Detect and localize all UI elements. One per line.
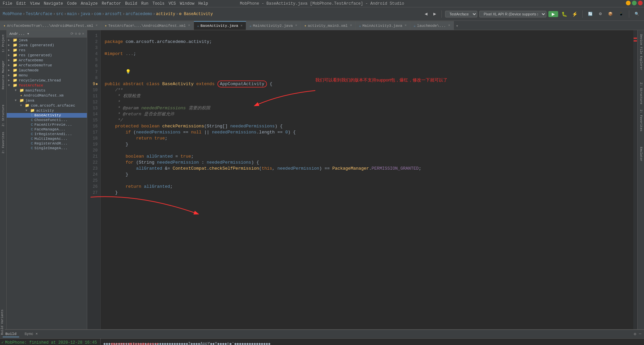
bc-com[interactable]: com (94, 12, 101, 16)
folder-icon-10: 📁 (13, 83, 17, 88)
xml-file-icon-3: ✦ (304, 23, 307, 28)
tab-baseactivity[interactable]: ☕ BaseActivity.java × (194, 21, 246, 30)
settings-sidebar-icon[interactable]: ⚙ (78, 32, 81, 36)
forward-button[interactable]: ▶ (431, 11, 438, 17)
tab-androidmanifest-true[interactable]: ✦ ArcfaceDemoTrue\...\AndroidManifest.xm… (0, 21, 101, 30)
minimize-button[interactable] (626, 1, 631, 5)
code-editor[interactable]: 1 2 3 4 5 6 7 8 9 ◉ 10 11 12 13 14 15 16… (87, 30, 637, 329)
bc-main[interactable]: main (67, 12, 77, 16)
tab-close-icon-2[interactable]: × (188, 24, 190, 27)
tree-item-choosefuncti[interactable]: C ChooseFuncti... (7, 118, 87, 122)
back-button[interactable]: ◀ (423, 11, 429, 17)
run-button[interactable]: ▶ (548, 11, 558, 17)
tab-close-icon[interactable]: × (96, 24, 98, 27)
close-sidebar-icon[interactable]: × (82, 32, 84, 36)
tree-item-irregister[interactable]: C IrRegisterAndi... (7, 132, 87, 136)
tree-item-package[interactable]: ▼ 📁 com.arcsoft.arcfacec (7, 103, 87, 108)
tab-close-icon-7[interactable]: × (448, 24, 450, 27)
tree-item-java-gen[interactable]: ▶ 📁 java (generated) (7, 43, 87, 48)
tree-item-res[interactable]: ▶ 📁 res (7, 48, 87, 53)
tree-item-arcfacedemo[interactable]: ▶ 📁 ArcfaceDemo (7, 58, 87, 63)
more-tabs-button[interactable]: ▾ (454, 22, 460, 30)
minimize-panel-icon[interactable]: — (639, 332, 641, 337)
build-success-item[interactable]: ✓ MobPhone: finished at 2020-12-28 16:45 (1, 340, 99, 345)
breadcrumb: MobPhone › TestArcface › src › main › ja… (3, 11, 213, 16)
menu-navigate[interactable]: Navigate (44, 1, 63, 6)
menu-view[interactable]: View (30, 1, 40, 6)
sync-project-icon[interactable]: ⟳ (70, 32, 73, 36)
tab-lauchmode[interactable]: ☕ lauchmode\... × (410, 21, 454, 30)
bc-testarcface[interactable]: TestArcface (26, 12, 52, 16)
menu-window[interactable]: Window (180, 1, 194, 6)
bc-baseactivity[interactable]: ⚙ BaseActivity (179, 11, 213, 16)
bc-arcsoft[interactable]: arcsoft (105, 12, 122, 16)
tree-item-recyclerview[interactable]: ▶ 📁 recyclerview_thread (7, 78, 87, 83)
menu-build[interactable]: Build (125, 1, 137, 6)
tree-item-registerand[interactable]: C RegisterAndR... (7, 141, 87, 146)
tree-item-lauchmode[interactable]: ▶ 📁 lauchmode (7, 68, 87, 73)
tree-item-testarcface[interactable]: ▼ 📁 TestArcface (7, 83, 87, 88)
menu-analyze[interactable]: Analyze (81, 1, 98, 6)
project-panel-button[interactable]: 1: Project (1, 32, 6, 55)
tab-mainactivity3[interactable]: ☕ MainActivity3.java × (356, 21, 410, 30)
tab-activitymain3[interactable]: ✦ activity_main3.xml × (301, 21, 356, 30)
tab-close-icon-4[interactable]: × (295, 24, 297, 27)
bc-arcfacedemo[interactable]: arcfacedemo (126, 12, 152, 16)
device-selector[interactable]: Pixel XL API R (Device supports x86... (479, 11, 546, 17)
close-button[interactable] (638, 1, 643, 5)
collapse-all-icon[interactable]: ≡ (75, 32, 77, 36)
favorites-right-button[interactable]: 2: Favorites (639, 107, 643, 134)
tab-mainactivity2[interactable]: ☕ MainActivity2.java × (246, 21, 301, 30)
maximize-button[interactable] (632, 1, 637, 5)
tree-item-androidmanifest[interactable]: ✦ AndroidManifest.xm (7, 93, 87, 98)
tree-item-arcfacedemo-true[interactable]: ▶ 📁 ArcfaceDemoTrue (7, 63, 87, 68)
search-button[interactable]: 🔍 (633, 11, 641, 17)
sdk-manager-button[interactable]: 📦 (606, 11, 615, 17)
tree-item-baseactivity[interactable]: C BaseActivity (7, 113, 87, 118)
tree-item-res-gen[interactable]: ▶ 📁 res (generated) (7, 53, 87, 58)
settings-button[interactable]: ⚙ (597, 11, 604, 17)
tree-item-singleimage[interactable]: C SingleImageA... (7, 146, 87, 151)
profile-button[interactable]: ⚡ (571, 11, 579, 17)
settings-bottom-icon[interactable]: ⚙ (634, 332, 636, 337)
sync-button[interactable]: 🔄 (586, 11, 595, 17)
emulator-button[interactable]: Emulator (639, 144, 643, 164)
menu-edit[interactable]: Edit (16, 1, 26, 6)
favorites-left-button[interactable]: 2: Favorites (1, 129, 6, 156)
menu-code[interactable]: Code (67, 1, 77, 6)
tab-close-icon-3[interactable]: × (240, 24, 243, 28)
menu-tools[interactable]: Tools (153, 1, 165, 6)
menu-vcs[interactable]: VCS (169, 1, 176, 6)
bc-src[interactable]: src (56, 12, 63, 16)
bc-activity[interactable]: activity (156, 12, 175, 16)
structure-left-button[interactable]: Z: Structure (1, 102, 6, 129)
menu-help[interactable]: Help (198, 1, 208, 6)
tree-item-activity-folder[interactable]: ▼ 📁 activity (7, 108, 87, 113)
sync-tab[interactable]: Sync × (22, 331, 41, 337)
tree-item-java-main[interactable]: ▼ 📁 java (7, 98, 87, 103)
avd-manager-button[interactable]: 📱 (617, 11, 626, 17)
code-editor-content[interactable]: package com.arcsoft.arcfacedemo.activity… (101, 30, 637, 329)
menu-file[interactable]: File (3, 1, 12, 6)
menu-run[interactable]: Run (141, 1, 149, 6)
structure-right-button[interactable]: Z: Structure (639, 80, 643, 107)
tree-item-java[interactable]: ▶ 📁 java (7, 38, 87, 43)
resource-manager-button[interactable]: Resource Manager (1, 58, 6, 92)
debug-button[interactable]: 🐛 (560, 11, 569, 17)
tree-item-faceattr[interactable]: C FaceAttrPrevie... (7, 122, 87, 127)
tab-close-icon-6[interactable]: × (405, 24, 407, 27)
tree-item-menu[interactable]: ▶ 📁 menu (7, 73, 87, 78)
build-tab[interactable]: Build (3, 331, 19, 337)
bc-mobphone[interactable]: MobPhone (3, 12, 22, 16)
tab-androidmanifest-test[interactable]: ✦ TestArcface\...\AndroidManifest.xml × (101, 21, 194, 30)
tree-item-manifests[interactable]: ▼ 📁 manifests (7, 88, 87, 93)
success-checkmark: ✓ (1, 340, 4, 345)
tree-item-facemanage[interactable]: C FaceManageA... (7, 127, 87, 132)
tree-item-multiimage[interactable]: C MultiImageAc... (7, 136, 87, 141)
menu-refactor[interactable]: Refactor (102, 1, 121, 6)
bc-java[interactable]: java (80, 12, 90, 16)
device-file-explorer-button[interactable]: Device File Explorer (639, 32, 643, 73)
tree-label-2: java (generated) (19, 43, 54, 47)
tab-close-icon-5[interactable]: × (350, 24, 352, 27)
run-config-selector[interactable]: TestArcface (445, 11, 477, 17)
